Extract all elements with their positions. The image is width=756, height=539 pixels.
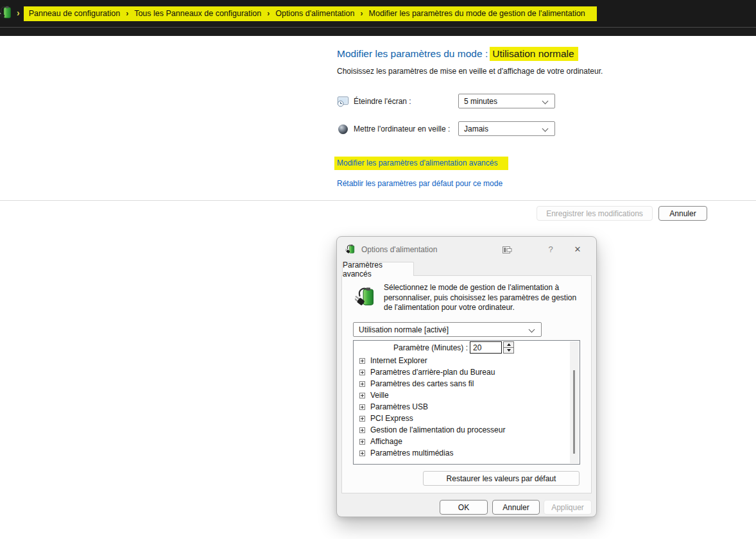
- param-minutes-stepper: [503, 341, 514, 354]
- address-bar: › Panneau de configuration › Tous les Pa…: [0, 0, 756, 28]
- breadcrumb-item-all-panels[interactable]: Tous les Panneaux de configuration: [134, 9, 261, 18]
- dialog-description: Sélectionnez le mode de gestion de l'ali…: [384, 283, 580, 313]
- chevron-down-icon: [542, 126, 549, 132]
- power-plan-battery-icon: [0, 4, 13, 23]
- cancel-button[interactable]: Annuler: [658, 206, 707, 221]
- content-divider: [0, 200, 756, 201]
- expand-plus-icon[interactable]: [359, 370, 365, 375]
- advanced-settings-listbox: Paramètre (Minutes) : Internet Explorer …: [353, 340, 580, 465]
- param-minutes-input[interactable]: [470, 341, 502, 354]
- expand-plus-icon[interactable]: [359, 393, 365, 398]
- help-button[interactable]: ?: [544, 242, 558, 256]
- page-subtitle: Choisissez les paramètres de mise en vei…: [337, 67, 603, 76]
- chevron-down-icon: [542, 98, 549, 105]
- restore-defaults-button[interactable]: Restaurer les valeurs par défaut: [423, 471, 580, 486]
- power-plan-battery-icon: [355, 285, 377, 311]
- triangle-up-icon: [507, 343, 511, 346]
- chevron-down-icon: [529, 327, 535, 333]
- ok-button[interactable]: OK: [440, 500, 488, 515]
- sleep-label: Mettre l'ordinateur en veille :: [354, 124, 450, 133]
- chevron-right-icon: ›: [126, 9, 128, 18]
- listbox-scrollbar[interactable]: [570, 341, 579, 463]
- tree-item-display[interactable]: Affichage: [354, 436, 570, 447]
- display-clock-icon: [336, 95, 349, 108]
- screen-off-row: Éteindre l'écran :: [336, 93, 411, 110]
- page-title: Modifier les paramètres du mode :Utilisa…: [337, 48, 578, 60]
- stepper-up-button[interactable]: [504, 342, 513, 348]
- breadcrumb-item-edit-plan[interactable]: Modifier les paramètres du mode de gesti…: [369, 9, 585, 18]
- param-minutes-label: Paramètre (Minutes) :: [354, 343, 468, 352]
- stepper-down-button[interactable]: [504, 348, 513, 353]
- explorer-top-bar: › Panneau de configuration › Tous les Pa…: [0, 0, 756, 36]
- breadcrumb-item-control-panel[interactable]: Panneau de configuration: [29, 9, 120, 18]
- plan-name-highlight: Utilisation normale: [490, 47, 578, 61]
- tree-item-wireless-adapters[interactable]: Paramètres des cartes sans fil: [354, 378, 570, 389]
- apply-button[interactable]: Appliquer: [544, 500, 592, 515]
- sleep-sphere-icon: [336, 123, 349, 135]
- close-icon[interactable]: ✕: [565, 242, 590, 256]
- plan-select[interactable]: Utilisation normale [activé]: [353, 322, 542, 337]
- battery-meter-icon: [503, 244, 512, 256]
- tree-item-multimedia[interactable]: Paramètres multimédias: [354, 447, 570, 459]
- toolbar-strip: [0, 28, 756, 35]
- tree-item-processor-power[interactable]: Gestion de l'alimentation du processeur: [354, 424, 570, 436]
- power-options-dialog: Options d'alimentation ? ✕ Paramètres av…: [336, 236, 597, 517]
- sleep-select[interactable]: Jamais: [458, 121, 555, 136]
- chevron-right-icon: ›: [267, 9, 270, 18]
- power-plan-battery-icon: [345, 243, 356, 257]
- triangle-down-icon: [507, 349, 511, 352]
- tree-item-pci-express[interactable]: PCI Express: [354, 413, 570, 424]
- expand-plus-icon[interactable]: [359, 404, 365, 410]
- dialog-title: Options d'alimentation: [361, 245, 437, 254]
- chevron-right-icon: ›: [361, 9, 363, 18]
- screen-off-label: Éteindre l'écran :: [354, 97, 411, 106]
- dialog-cancel-button[interactable]: Annuler: [492, 500, 540, 515]
- screen-off-value: 5 minutes: [464, 97, 497, 106]
- expand-plus-icon[interactable]: [359, 416, 365, 422]
- tree-item-desktop-background[interactable]: Paramètres d'arrière-plan du Bureau: [354, 366, 570, 378]
- scrollbar-thumb[interactable]: [573, 370, 575, 454]
- restore-defaults-link[interactable]: Rétablir les paramètres par défaut pour …: [337, 179, 503, 188]
- expand-plus-icon[interactable]: [359, 381, 365, 387]
- plan-select-value: Utilisation normale [activé]: [359, 325, 449, 334]
- chevron-right-icon: ›: [17, 8, 20, 18]
- settings-tree: Internet Explorer Paramètres d'arrière-p…: [354, 355, 570, 459]
- expand-plus-icon[interactable]: [359, 427, 365, 433]
- page-title-prefix: Modifier les paramètres du mode :: [337, 48, 488, 59]
- expand-plus-icon[interactable]: [359, 450, 365, 456]
- tree-item-sleep[interactable]: Veille: [354, 389, 570, 401]
- tree-item-usb-settings[interactable]: Paramètres USB: [354, 401, 570, 413]
- expand-plus-icon[interactable]: [359, 439, 365, 445]
- tab-advanced-settings[interactable]: Paramètres avancés: [342, 262, 414, 276]
- breadcrumb-item-power-options[interactable]: Options d'alimentation: [275, 9, 354, 18]
- advanced-settings-link[interactable]: Modifier les paramètres d'alimentation a…: [334, 157, 508, 170]
- breadcrumb: Panneau de configuration › Tous les Pann…: [24, 6, 597, 21]
- expand-plus-icon[interactable]: [359, 358, 365, 364]
- dialog-tab-page: Sélectionnez le mode de gestion de l'ali…: [341, 275, 592, 493]
- advanced-settings-link-wrap: Modifier les paramètres d'alimentation a…: [334, 158, 508, 167]
- save-changes-button[interactable]: Enregistrer les modifications: [537, 206, 653, 221]
- sleep-row: Mettre l'ordinateur en veille :: [336, 121, 450, 137]
- tree-item-internet-explorer[interactable]: Internet Explorer: [354, 355, 570, 366]
- screen-off-select[interactable]: 5 minutes: [458, 94, 555, 108]
- sleep-value: Jamais: [464, 124, 488, 133]
